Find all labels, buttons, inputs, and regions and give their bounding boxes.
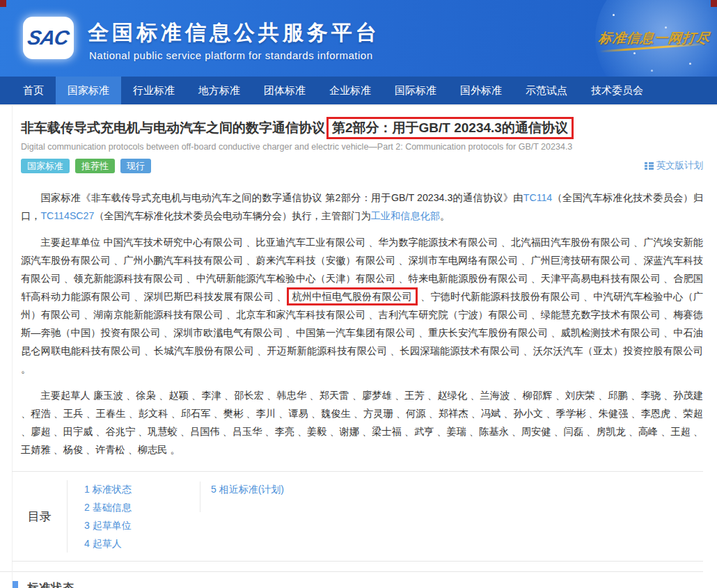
standard-title-english: Digital communication protocols between … [21, 142, 703, 152]
nav-item-home[interactable]: 首页 [11, 77, 56, 104]
drafters-prefix: 主要起草人 [40, 390, 93, 401]
orgs-suffix: 。 [21, 363, 31, 374]
nav-item-foreign-standards[interactable]: 国外标准 [448, 77, 514, 104]
intro-text-1: 国家标准《非车载传导式充电机与电动汽车之间的数字通信协议 第2部分：用于GB/T… [40, 192, 523, 203]
drafters-paragraph: 主要起草人 廉玉波 、徐枭 、赵颖 、李津 、邵长宏 、韩忠华 、郑天雷 、廖梦… [21, 386, 703, 459]
toc-item-label: 标准状态 [93, 484, 132, 495]
tag-national-standard: 国家标准 [21, 159, 70, 173]
miit-link[interactable]: 工业和信息化部 [371, 210, 440, 221]
header-slogan: 标准信息一网打尽 [598, 29, 711, 47]
toc-item-basic-info[interactable]: 2 基础信息 [84, 498, 200, 516]
list-icon [645, 162, 654, 170]
toc-item-drafters[interactable]: 4 起草人 [84, 534, 200, 553]
toc-item-label: 起草单位 [93, 520, 132, 531]
nav-item-industry-standards[interactable]: 行业标准 [121, 77, 187, 104]
red-corner-mark-right [711, 0, 717, 7]
toc-item-label: 起草人 [93, 538, 122, 549]
toc-item-label: 基础信息 [93, 502, 132, 513]
intro-text-3: （全国汽车标准化技术委员会电动车辆分会）执行，主管部门为 [94, 210, 370, 221]
toc-num: 1 [84, 484, 90, 495]
standard-status-section: 标准状态 发布于 2024-12-31 实施于 2024-12-31 废止 [0, 571, 703, 588]
toc-label: 目录 [12, 480, 68, 553]
drafters-suffix: 。 [167, 444, 180, 455]
english-version-plan-label: 英文版计划 [656, 159, 704, 172]
nav-item-technical-committees[interactable]: 技术委员会 [579, 77, 655, 104]
toc-num: 5 [211, 484, 216, 495]
tc114-link[interactable]: TC114 [523, 192, 553, 203]
site-subtitle: National public service platform for sta… [89, 49, 373, 61]
toc: 目录 1 标准状态 2 基础信息 3 起草单位 4 起草人 5 相近标准(计划) [12, 471, 703, 562]
nav-item-local-standards[interactable]: 地方标准 [187, 77, 252, 104]
orgs-separator: 、 [274, 291, 286, 302]
intro-text-4: 。 [440, 210, 450, 221]
sac-logo[interactable]: SAC [23, 17, 74, 59]
toc-num: 3 [84, 520, 90, 531]
main-nav: 首页 国家标准 行业标准 地方标准 团体标准 企业标准 国际标准 国外标准 示范… [0, 77, 717, 104]
annotation-box-title-part2: 第2部分：用于GB/T 20234.3的通信协议 [326, 117, 574, 139]
meta-row: 国家标准 推荐性 现行 英文版计划 [21, 158, 703, 173]
content: 非车载传导式充电机与电动汽车之间的数字通信协议第2部分：用于GB/T 20234… [0, 116, 717, 562]
english-version-plan-link[interactable]: 英文版计划 [645, 159, 704, 172]
drafting-orgs-paragraph: 主要起草单位 中国汽车技术研究中心有限公司 、比亚迪汽车工业有限公司 、华为数字… [21, 233, 703, 378]
standard-title-prefix: 非车载传导式充电机与电动汽车之间的数字通信协议 [21, 120, 325, 135]
tc114sc27-link[interactable]: TC114SC27 [40, 210, 94, 221]
toc-num: 4 [84, 538, 90, 549]
toc-column-1: 1 标准状态 2 基础信息 3 起草单位 4 起草人 [84, 480, 200, 553]
section-title: 标准状态 [27, 581, 74, 588]
nav-item-enterprise-standards[interactable]: 企业标准 [317, 77, 383, 104]
nav-item-demonstration-pilot[interactable]: 示范试点 [514, 77, 579, 104]
red-corner-mark-left [0, 0, 6, 7]
drafters-list: 廉玉波 、徐枭 、赵颖 、李津 、邵长宏 、韩忠华 、郑天雷 、廖梦雄 、王芳 … [21, 390, 703, 455]
section-accent-bar [13, 581, 18, 588]
toc-item-similar-standards[interactable]: 5 相近标准(计划) [211, 480, 284, 498]
intro-paragraph: 国家标准《非车载传导式充电机与电动汽车之间的数字通信协议 第2部分：用于GB/T… [21, 189, 703, 225]
tag-current: 现行 [120, 159, 151, 173]
nav-item-group-standards[interactable]: 团体标准 [252, 77, 317, 104]
nav-item-national-standards[interactable]: 国家标准 [56, 77, 121, 104]
tag-recommended: 推荐性 [75, 159, 115, 173]
toc-column-2: 5 相近标准(计划) [200, 480, 284, 553]
orgs-separator-2: 、 [418, 291, 430, 302]
site-title: 全国标准信息公共服务平台 [88, 19, 380, 47]
nav-divider [0, 104, 717, 106]
annotation-box-hangzhou-zhongheng: 杭州中恒电气股份有限公司 [287, 287, 418, 305]
sac-logo-text: SAC [26, 26, 70, 49]
toc-num: 2 [84, 502, 90, 513]
section-header: 标准状态 [13, 581, 703, 588]
orgs-prefix: 主要起草单位 [40, 237, 103, 248]
page: 标准信息一网打尽 SAC 全国标准信息公共服务平台 National publi… [0, 0, 717, 588]
toc-item-standard-status[interactable]: 1 标准状态 [84, 480, 200, 498]
nav-item-international-standards[interactable]: 国际标准 [383, 77, 448, 104]
standard-title: 非车载传导式充电机与电动汽车之间的数字通信协议第2部分：用于GB/T 20234… [21, 116, 703, 140]
globe-dots [613, 14, 615, 16]
toc-item-drafting-orgs[interactable]: 3 起草单位 [84, 516, 200, 534]
toc-item-label: 相近标准(计划) [219, 484, 284, 495]
site-header: 标准信息一网打尽 SAC 全国标准信息公共服务平台 National publi… [0, 0, 717, 77]
